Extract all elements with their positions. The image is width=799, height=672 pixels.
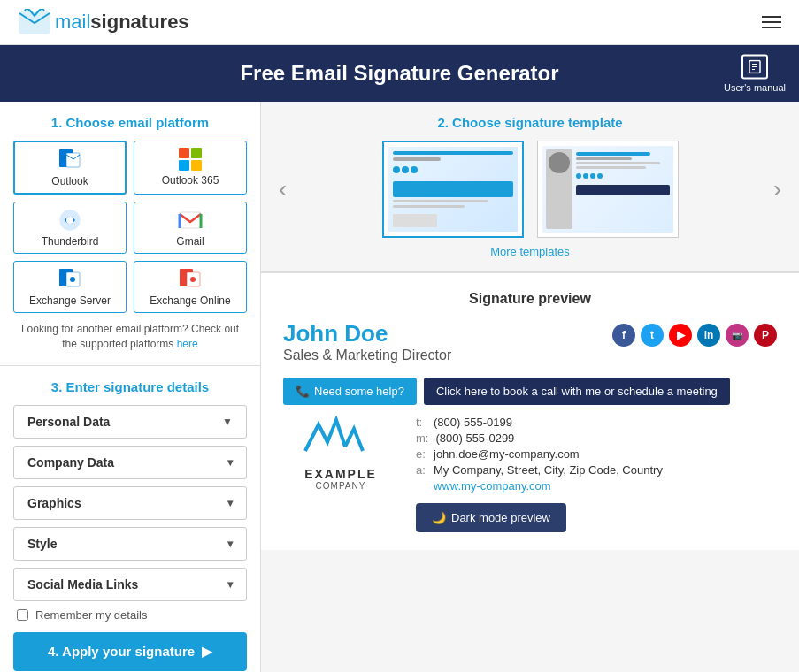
help-button[interactable]: 📞 Need some help? [283,378,417,405]
detail-email-row: e: john.doe@my-company.com [416,447,777,461]
preview-title: Signature preview [283,291,777,307]
sig-cta-buttons: 📞 Need some help? Click here to book a c… [283,378,777,405]
social-icons-row: f t ▶ in 📷 P [612,324,777,347]
example-logo-svg [296,416,385,460]
template-card-1[interactable] [382,141,524,238]
email-value: john.doe@my-company.com [434,447,580,461]
platform-gmail[interactable]: Gmail [134,202,247,254]
detail-phone-row: t: (800) 555-0199 [416,416,777,429]
company-sub: COMPANY [316,481,366,491]
svg-rect-9 [191,160,202,171]
template-1-preview [388,147,518,232]
remember-details-checkbox[interactable] [17,609,28,621]
website-link[interactable]: www.my-company.com [434,479,551,493]
sig-content: John Doe Sales & Marketing Director f t … [283,320,777,532]
users-manual-button[interactable]: User's manual [724,55,786,93]
svg-rect-6 [179,148,189,158]
graphics-accordion[interactable]: Graphics ▾ [13,486,247,520]
hamburger-menu[interactable] [762,16,781,28]
step3-section: 3. Enter signature details Personal Data… [0,366,260,672]
style-arrow: ▾ [227,538,233,550]
remember-details-label: Remember my details [35,608,147,622]
step2-title: 2. Choose signature template [274,115,786,130]
sig-name-title: John Doe Sales & Marketing Director [283,320,451,370]
remember-details-row: Remember my details [17,608,247,622]
logo-icon [18,9,51,35]
supported-platforms-text: Looking for another email platform? Chec… [13,322,247,352]
svg-rect-5 [66,153,80,167]
outlook365-icon [178,147,203,172]
graphics-arrow: ▾ [227,497,233,509]
personal-data-arrow: ▼ [222,416,233,428]
phone-value: (800) 555-0199 [434,416,512,429]
phone-icon: 📞 [296,385,310,398]
platform-grid: Outlook Outlook 365 [13,141,247,313]
book-call-button[interactable]: Click here to book a call with me or sch… [424,378,730,405]
company-data-accordion[interactable]: Company Data ▾ [13,446,247,479]
platform-exchange-server[interactable]: Exchange Server [13,261,127,313]
header: mailsignatures [0,0,799,45]
template-2-preview [542,146,673,233]
svg-rect-7 [191,148,202,158]
platform-outlook[interactable]: Outlook [13,141,127,195]
signature-preview: Signature preview John Doe Sales & Marke… [261,272,799,550]
mobile-value: (800) 555-0299 [435,431,514,445]
hero-banner: Free Email Signature Generator User's ma… [0,45,799,102]
gmail-icon [178,208,203,233]
apply-signature-button[interactable]: 4. Apply your signature ▶ [13,632,247,671]
template-carousel: ‹ [274,141,786,238]
sig-contact-details: t: (800) 555-0199 m: (800) 555-0299 e: j… [416,416,777,532]
social-icon-youtube[interactable]: ▶ [669,324,692,347]
sig-header: John Doe Sales & Marketing Director f t … [283,320,777,370]
svg-rect-8 [179,160,189,171]
carousel-next-button[interactable]: › [769,171,786,208]
hamburger-line-3 [762,27,781,28]
step2-section: 2. Choose signature template ‹ [261,102,799,272]
company-data-arrow: ▾ [227,456,233,469]
sig-name: John Doe [283,320,451,347]
sig-body: EXAMPLE COMPANY t: (800) 555-0199 m: (80… [283,416,777,532]
svg-rect-12 [180,212,201,228]
detail-mobile-row: m: (800) 555-0299 [416,431,777,445]
platform-exchange-online[interactable]: Exchange Online [134,261,247,313]
platform-thunderbird[interactable]: Thunderbird [13,202,127,254]
company-logo: EXAMPLE COMPANY [283,416,398,532]
hamburger-line-1 [762,16,781,18]
manual-icon [741,55,768,80]
social-icon-facebook[interactable]: f [612,324,635,347]
social-media-accordion[interactable]: Social Media Links ▾ [13,568,247,601]
main-content: 1. Choose email platform Outlook [0,102,799,672]
moon-icon: 🌙 [432,511,446,524]
template-card-2[interactable] [537,141,679,238]
thunderbird-icon [58,208,82,233]
more-templates-row: More templates [274,245,786,258]
dark-mode-button[interactable]: 🌙 Dark mode preview [416,503,566,532]
exchange-online-icon [178,267,203,292]
svg-point-11 [66,217,73,224]
detail-address-row: a: My Company, Street, City, Zip Code, C… [416,463,777,477]
logo[interactable]: mailsignatures [18,9,189,35]
style-accordion[interactable]: Style ▾ [13,527,247,561]
social-icon-instagram[interactable]: 📷 [726,324,749,347]
personal-data-accordion[interactable]: Personal Data ▼ [13,405,247,439]
social-icon-twitter[interactable]: t [641,324,664,347]
supported-platforms-link[interactable]: here [177,338,198,350]
templates-row [300,141,759,238]
outlook-icon [58,148,82,172]
step3-title: 3. Enter signature details [13,379,247,394]
social-media-arrow: ▾ [227,578,233,591]
hamburger-line-2 [762,21,781,23]
more-templates-link[interactable]: More templates [490,245,570,258]
step1-section: 1. Choose email platform Outlook [0,102,260,366]
platform-outlook365[interactable]: Outlook 365 [134,141,247,195]
company-name: EXAMPLE [304,467,377,481]
social-icon-pinterest[interactable]: P [754,324,777,347]
social-icon-linkedin[interactable]: in [697,324,720,347]
step1-title: 1. Choose email platform [13,115,247,130]
address-value: My Company, Street, City, Zip Code, Coun… [434,463,663,477]
left-panel: 1. Choose email platform Outlook [0,102,261,672]
detail-website-row: www.my-company.com [416,479,777,493]
right-panel: 2. Choose signature template ‹ [261,102,799,672]
carousel-prev-button[interactable]: ‹ [274,171,291,208]
sig-job-title: Sales & Marketing Director [283,347,451,363]
